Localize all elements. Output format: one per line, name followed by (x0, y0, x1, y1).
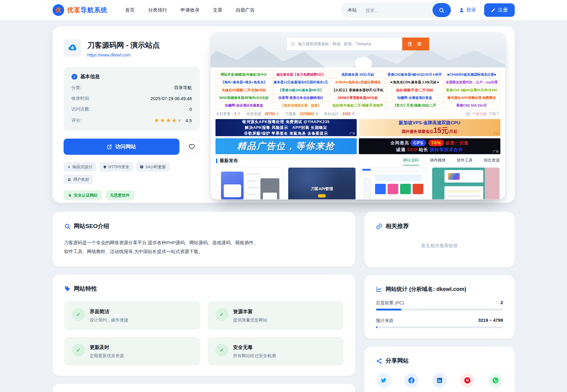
login-link[interactable]: 登录 (459, 7, 476, 13)
ad-badge: 广告 (349, 132, 355, 136)
preview-ad-link[interactable]: ■CANEMX超实惠国际域名注册■ (443, 71, 500, 78)
info-row-rating: 评分: ★★★★★ 4.5 (72, 117, 192, 124)
tag-user-friendly: 用户友好 (64, 175, 93, 184)
preview-ad-link[interactable]: 快客帮-悬赏任务创业赚钱项目 (273, 94, 330, 102)
preview-thumbnail[interactable] (216, 167, 284, 200)
site-logo[interactable]: 优 优茗导航系统 (53, 4, 108, 16)
visit-site-button[interactable]: 访问网站 (64, 139, 179, 155)
users-icon (67, 177, 72, 182)
search-scope-select[interactable]: 本站 (348, 7, 357, 13)
chart-icon (376, 286, 382, 292)
banner-premium-ad-slot[interactable]: 精品广告位，等你来抢 (215, 138, 357, 154)
banner-cps-seo[interactable]: 全网最高CPS70%诚邀一切量 诚邀 SEO 站长 跳转等技术合作 广告 (359, 138, 500, 154)
info-icon: i (72, 74, 77, 80)
check-icon: ✓ (215, 344, 228, 357)
info-row-date: 收录时间:2025-07-29 06:49:48 (72, 96, 192, 101)
preview-ad-link[interactable]: 网站开发/搭建/软件修改/非中介 (216, 71, 273, 78)
pinterest-share-button[interactable] (460, 373, 474, 387)
badge-no-malware: 无恶意软件 (106, 190, 134, 200)
preview-ad-link[interactable]: 800G防御服务器/封海外|310元起 (216, 94, 273, 102)
progress-bar (376, 326, 503, 328)
latest-section-title: 最新发布 (216, 158, 238, 164)
preview-search-box[interactable] (287, 38, 402, 50)
preview-ad-links-grid: 网站开发/搭建/软件修改/非中介 稳定服务器【首月免费续费9元】 高防服务器 3… (215, 71, 500, 109)
check-icon: ✓ (72, 308, 85, 321)
preview-thumbnail[interactable] (432, 167, 500, 200)
search-input[interactable] (366, 8, 418, 13)
preview-ad-link[interactable]: 全国营业执照代办，公户，icp办理 (443, 78, 500, 86)
related-recommendations-card: 相关推荐 暂无相关推荐链接 (364, 212, 515, 267)
info-row-visits: 访问次数:0 (72, 106, 192, 112)
user-icon (459, 7, 464, 13)
tab-misc-resources[interactable]: 综合资源 (484, 158, 500, 164)
rating-stars: ★★★★★ 4.5 (154, 117, 192, 124)
brand-name: 优茗导航系统 (67, 6, 108, 14)
star-icon: ★ (166, 117, 171, 124)
preview-thumbnail[interactable] (360, 167, 428, 200)
preview-search-button[interactable]: 搜 索 (402, 38, 429, 50)
polar-bear-graphic (355, 57, 372, 67)
site-url-link[interactable]: https://www.dkewl.com (87, 53, 131, 57)
features-title: 网站特性 (74, 285, 97, 293)
facebook-share-button[interactable] (404, 373, 418, 387)
share-title: 分享网站 (386, 357, 409, 365)
preview-ad-link[interactable]: 高防服务器 30元/月起 (330, 71, 386, 78)
nav-item-home[interactable]: 首页 (125, 7, 135, 13)
nav-item-category-rank[interactable]: 分类排行 (148, 7, 167, 13)
banner-apk-service[interactable]: 银河源头APK报毒处理 免费测试 @YHAPK235 解决APK报毒 风险提示 … (215, 119, 357, 136)
preview-ad-link[interactable]: 香港CN2 GIA 15r/月 (443, 102, 500, 109)
share-site-card: 分享网站 (364, 347, 515, 392)
whatsapp-share-button[interactable] (488, 373, 503, 387)
site-favicon (64, 39, 81, 57)
tab-plugin-module[interactable]: 插件模块 (430, 158, 446, 164)
preview-ad-link[interactable]: 【官方】开发/搭建/仿站/二开 (386, 102, 443, 109)
preview-ad-link[interactable]: ★免实名CDN,服务器,1.5$/月起★ (386, 78, 443, 86)
social-share-row (376, 373, 503, 387)
external-link-icon (107, 144, 112, 150)
preview-ad-link[interactable]: ★7654★免实名u充值注册域名 (330, 78, 386, 86)
feature-item-rich-resources: ✓ 资源丰富提供海量优质网站 (208, 301, 344, 330)
preview-ad-link[interactable]: 先做后付/搭建/二开/定制/仿站 (216, 86, 273, 94)
preview-ad-link[interactable]: 知赚网-创业项目实操复盘 (216, 102, 273, 109)
tag-https: HTTPS安全 (99, 162, 133, 172)
preview-ad-link[interactable]: 服务器12元备案域名8元国外域名1元 (273, 78, 330, 86)
preview-ad-link[interactable]: 【海外+服务器+域名+免实名】 (216, 78, 273, 86)
register-button[interactable]: 注册 (484, 3, 515, 17)
nav-item-self-ads[interactable]: 自助广告 (236, 7, 255, 13)
preview-ad-link[interactable]: 稳定服务器【首月免费续费9元】 (273, 71, 330, 78)
tab-software-tools[interactable]: 软件工具 (457, 158, 473, 164)
pencil-icon (491, 8, 495, 13)
preview-ad-link[interactable]: 香港CN2服务器4核4G仅29/月★秒开 (386, 71, 443, 78)
twitter-share-button[interactable] (377, 373, 391, 387)
shield-icon (103, 165, 107, 169)
feature-item-safe-clean: ✓ 安全无毒所有网站经过安全检测 (208, 337, 344, 365)
half-star-icon: ★ (177, 117, 182, 124)
tab-site-source[interactable]: 网站源码 (403, 158, 419, 165)
preview-search-input[interactable] (298, 42, 398, 46)
preview-ad-link[interactable]: 低价/软件修改/二开/搭建/开发程序 (330, 102, 386, 109)
preview-ad-link[interactable]: 500M大带宽服务器|60元起 (330, 94, 386, 102)
preview-ad-link[interactable]: 【免实名域名注册、批发】 (273, 102, 330, 109)
preview-ad-link[interactable]: 低价/搭建/开发/二开/仿站 (386, 86, 443, 94)
nav-item-submit-site[interactable]: 申请收录 (181, 7, 200, 13)
progress-bar (376, 309, 503, 310)
feature-tags: 响应式设计 HTTPS安全 24小时更新 用户友好 (64, 162, 200, 184)
preview-thumbnail-row: 刀客API管理 (211, 164, 505, 200)
preview-thumbnail[interactable]: 刀客API管理 (288, 167, 356, 200)
banner-singapore-vps[interactable]: 新加坡VPS-金牌高速双路CPU 国外服务器最低仅15元/月起 广告 (359, 119, 500, 136)
nav-item-articles[interactable]: 文章 (213, 7, 223, 13)
preview-ad-link[interactable]: 香港CN2 4核4G仅需20月/年付200 (443, 86, 500, 94)
site-screenshot-preview[interactable]: 搜 索 网站开发/搭建/软件修改/非中介 稳定服务器【首月免费续费9元】 高防服… (210, 32, 506, 200)
preview-ad-link[interactable]: 知赚网-全赛道项目复盘 (386, 94, 443, 102)
page-title: 刀客源码网 - 演示站点 (87, 39, 160, 50)
favorite-button[interactable] (184, 139, 200, 155)
search-button[interactable] (433, 3, 451, 17)
linkedin-share-button[interactable] (433, 373, 447, 387)
stat-baidu-weight: 百度权重 (PC)2 (376, 300, 503, 310)
star-icon: ★ (171, 117, 177, 124)
preview-ad-link[interactable]: 【久旺云】香港服务器秒开/云手机 (330, 86, 386, 94)
safety-badges: 安全认证网站 无恶意软件 (64, 190, 200, 200)
preview-ad-link[interactable]: 银河源头APK报毒处理 免费测试 (443, 94, 500, 102)
preview-ad-link[interactable]: 【香港16核16G服务器69/月】 (273, 86, 330, 94)
related-empty-text: 暂无相关推荐链接 (376, 230, 503, 257)
